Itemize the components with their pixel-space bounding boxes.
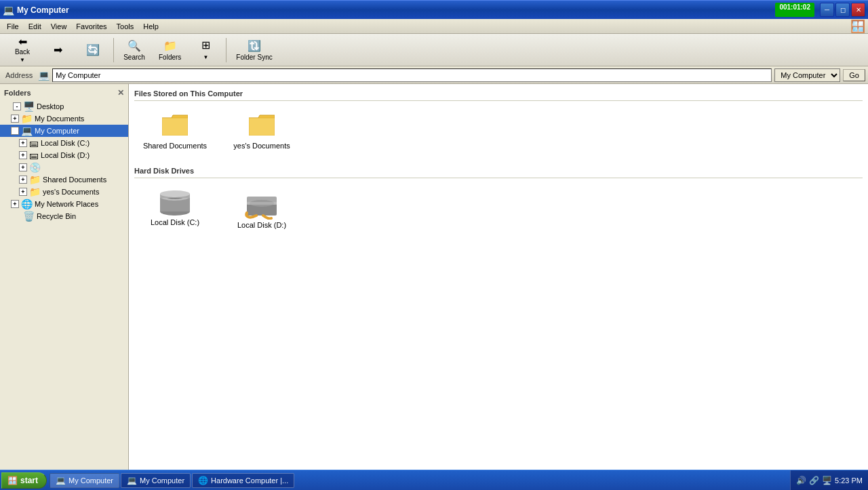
windows-logo-icon: 🪟 <box>850 20 865 33</box>
local-disk-d-grid-icon <box>244 190 279 221</box>
menu-favorites[interactable]: Favorites <box>72 21 111 32</box>
yes-docs-label: yes's Documents <box>43 188 99 196</box>
folder-sync-button[interactable]: 🔃 Folder Sync <box>230 37 278 64</box>
refresh-button[interactable]: 🔄 <box>76 37 110 64</box>
close-button[interactable]: ✕ <box>851 3 865 17</box>
title-bar-controls: 001:01:02 ─ ◻ ✕ <box>775 3 865 17</box>
refresh-icon: 🔄 <box>86 43 100 56</box>
sidebar-item-my-computer[interactable]: - 💻 My Computer <box>0 125 128 137</box>
sidebar-item-cd-drive[interactable]: + 💿 <box>0 161 128 173</box>
folder-sync-label: Folder Sync <box>236 54 272 61</box>
taskbar-item-0-label: My Computer <box>68 476 113 485</box>
address-bar: Address 💻 My Computer My Computer Go <box>0 66 868 84</box>
menu-view[interactable]: View <box>47 21 71 32</box>
menu-tools[interactable]: Tools <box>113 21 138 32</box>
menu-edit[interactable]: Edit <box>24 21 45 32</box>
taskbar-items: 💻 My Computer 💻 My Computer 🌐 Hardware C… <box>47 473 790 488</box>
sidebar-header: Folders ✕ <box>0 87 128 100</box>
expand-network[interactable]: + <box>11 200 19 208</box>
expand-local-disk-d[interactable]: + <box>19 151 27 159</box>
recycle-bin-label: Recycle Bin <box>37 212 76 220</box>
sidebar-item-recycle-bin[interactable]: 🗑️ Recycle Bin <box>0 210 128 222</box>
expand-yes-docs[interactable]: + <box>19 188 27 196</box>
sidebar-item-local-disk-c[interactable]: + 🖴 Local Disk (C:) <box>0 137 128 149</box>
forward-icon: ➡ <box>54 43 62 56</box>
local-disk-c-icon: 🖴 <box>29 138 39 148</box>
expand-cd-drive[interactable]: + <box>19 163 27 171</box>
view-button[interactable]: ⊞ ▼ <box>189 37 222 64</box>
local-disk-d-label: Local Disk (D:) <box>41 151 90 159</box>
back-label: Back <box>15 48 30 56</box>
back-dropdown-icon[interactable]: ▼ <box>18 56 26 64</box>
section1-title: Files Stored on This Computer <box>134 89 863 101</box>
taskbar-item-2-label: Hardware Computer |... <box>211 476 288 485</box>
shared-docs-icon: 📁 <box>29 174 41 185</box>
grid-item-local-disk-c[interactable]: Local Disk (C:) <box>134 184 216 235</box>
menu-bar: File Edit View Favorites Tools Help 🪟 <box>0 19 868 34</box>
desktop-icon: 🖥️ <box>23 101 35 112</box>
title-bar-left: 💻 My Computer <box>3 5 69 16</box>
folders-button[interactable]: 📁 Folders <box>153 37 187 64</box>
grid-item-local-disk-d[interactable]: Local Disk (D:) <box>221 184 302 235</box>
local-disk-d-item-label: Local Disk (D:) <box>237 221 286 229</box>
sidebar-item-desktop[interactable]: - 🖥️ Desktop <box>0 100 128 113</box>
yes-docs-icon: 📁 <box>29 186 41 197</box>
expand-my-documents[interactable]: + <box>11 115 19 123</box>
main-area: Folders ✕ - 🖥️ Desktop + 📁 My Documents … <box>0 84 868 470</box>
grid-item-yes-documents[interactable]: yes's Documents <box>221 106 302 156</box>
shared-docs-label: Shared Documents <box>43 176 106 184</box>
shared-docs-folder-icon <box>162 113 188 142</box>
taskbar-item-1[interactable]: 💻 My Computer <box>121 473 191 488</box>
network-icon: 🌐 <box>21 199 33 209</box>
taskbar-item-0[interactable]: 💻 My Computer <box>50 473 119 488</box>
minimize-button[interactable]: ─ <box>820 3 834 17</box>
folders-icon: 📁 <box>163 39 177 52</box>
search-label: Search <box>123 54 145 61</box>
taskbar-item-2[interactable]: 🌐 Hardware Computer |... <box>192 473 294 488</box>
windows-logo: 🪟 <box>850 19 865 34</box>
sidebar-close-button[interactable]: ✕ <box>117 88 124 98</box>
expand-my-computer[interactable]: - <box>11 127 19 135</box>
view-icon: ⊞ <box>201 39 210 52</box>
sidebar-item-local-disk-d[interactable]: + 🖴 Local Disk (D:) <box>0 149 128 161</box>
sidebar-item-my-documents[interactable]: + 📁 My Documents <box>0 113 128 125</box>
clock: 5:23 PM <box>835 476 863 485</box>
expand-local-disk-c[interactable]: + <box>19 139 27 147</box>
restore-button[interactable]: ◻ <box>835 3 850 17</box>
title-icon: 💻 <box>3 5 14 16</box>
address-dropdown[interactable]: My Computer <box>774 68 840 82</box>
forward-button[interactable]: ➡ <box>41 37 75 64</box>
expand-shared-docs[interactable]: + <box>19 176 27 184</box>
network-label: My Network Places <box>35 200 98 208</box>
folders-label: Folders <box>159 54 181 61</box>
title-bar: 💻 My Computer 001:01:02 ─ ◻ ✕ <box>0 0 868 19</box>
timer-badge: 001:01:02 <box>775 3 814 17</box>
view-dropdown-icon[interactable]: ▼ <box>201 53 210 62</box>
menu-file[interactable]: File <box>3 21 23 32</box>
local-disk-c-grid-icon <box>159 190 191 218</box>
cd-drive-icon: 💿 <box>29 162 41 173</box>
start-windows-icon: 🪟 <box>7 476 18 485</box>
sidebar: Folders ✕ - 🖥️ Desktop + 📁 My Documents … <box>0 84 129 470</box>
grid-item-shared-documents[interactable]: Shared Documents <box>134 106 216 156</box>
start-button[interactable]: 🪟 start <box>1 472 47 489</box>
taskbar-item-2-icon: 🌐 <box>198 476 208 485</box>
search-button[interactable]: 🔍 Search <box>117 37 151 64</box>
go-button[interactable]: Go <box>843 69 865 81</box>
taskbar-item-1-icon: 💻 <box>127 476 137 485</box>
taskbar: 🪟 start 💻 My Computer 💻 My Computer 🌐 Ha… <box>0 470 868 490</box>
shared-docs-item-label: Shared Documents <box>143 142 207 150</box>
expand-desktop[interactable]: - <box>13 102 21 110</box>
title-text: My Computer <box>17 5 69 15</box>
sidebar-item-network-places[interactable]: + 🌐 My Network Places <box>0 198 128 210</box>
recycle-bin-icon: 🗑️ <box>23 211 35 222</box>
address-input[interactable]: My Computer <box>52 68 772 82</box>
menu-help[interactable]: Help <box>139 21 163 32</box>
back-button[interactable]: ⬅ Back ▼ <box>5 37 39 64</box>
sidebar-item-yes-documents[interactable]: + 📁 yes's Documents <box>0 186 128 198</box>
my-computer-label: My Computer <box>35 127 79 135</box>
hard-disk-drives-grid: Local Disk (C:) <box>134 184 863 235</box>
content-area: Files Stored on This Computer Shared Doc… <box>129 84 868 470</box>
sidebar-item-shared-documents[interactable]: + 📁 Shared Documents <box>0 173 128 186</box>
back-icon: ⬅ <box>18 35 27 48</box>
